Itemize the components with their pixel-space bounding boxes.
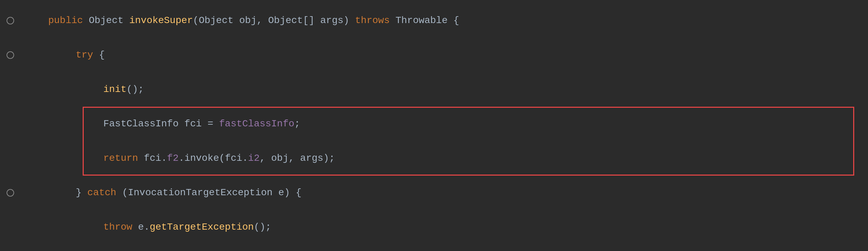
token-throw: throw [103, 220, 138, 234]
token-fci-assign: fci = [178, 116, 219, 131]
breakpoint-icon-2[interactable] [7, 51, 14, 59]
token-param1-type: Object [199, 13, 234, 28]
token-catch: catch [87, 185, 116, 200]
token-f2: f2 [167, 151, 179, 166]
token-invoke-args: , obj, args); [260, 151, 335, 166]
token-init-call: (); [126, 82, 144, 97]
code-line-6: } catch (InvocationTargetException e) { [0, 176, 868, 210]
line-content-5: return fci.f2.invoke(fci.i2, obj, args); [21, 151, 861, 166]
token-throws: throws [355, 13, 396, 28]
code-line-7: throw e.getTargetException(); [0, 210, 868, 244]
line-content-3: init(); [21, 82, 861, 97]
token-get-target: getTargetException [149, 220, 254, 234]
token-i2: i2 [248, 151, 260, 166]
token-exception-type: InvocationTargetException [128, 185, 272, 200]
code-line-3: init(); [0, 72, 868, 107]
line-content-2: try { [21, 48, 861, 62]
code-line-4: FastClassInfo fci = fastClassInfo; [0, 107, 868, 141]
code-editor: public Object invokeSuper(Object obj, Ob… [0, 0, 868, 251]
token-get-target-call: (); [254, 220, 271, 234]
token-paren-open: ( [193, 13, 199, 28]
token-return: return [103, 151, 144, 166]
token-method-name: invokeSuper [129, 13, 193, 28]
breakpoint-icon-6[interactable] [7, 189, 14, 197]
token-param2-array: [] args) [303, 13, 355, 28]
token-param1-name: obj, [234, 13, 268, 28]
code-line-2: try { [0, 38, 868, 72]
token-fci-dot: fci. [144, 151, 167, 166]
token-invoke: .invoke( [178, 151, 225, 166]
highlighted-block: FastClassInfo fci = fastClassInfo; retur… [0, 107, 868, 176]
token-public: public [48, 13, 89, 28]
token-fastclassinfo-var: fastClassInfo [219, 116, 294, 131]
line-content-7: throw e.getTargetException(); [21, 220, 861, 234]
line-content-6: } catch (InvocationTargetException e) { [21, 185, 861, 200]
token-throwable: Throwable [395, 13, 453, 28]
code-line-5: return fci.f2.invoke(fci.i2, obj, args); [0, 141, 868, 176]
token-try-brace: { [93, 48, 105, 62]
breakpoint-icon-1[interactable] [7, 17, 14, 24]
line-content-4: FastClassInfo fci = fastClassInfo; [21, 116, 861, 131]
token-catch-var: e) { [272, 185, 301, 200]
token-close-try: } [76, 185, 87, 200]
gutter-1 [0, 17, 21, 24]
gutter-6 [0, 189, 21, 197]
token-fastclassinfo-type: FastClassInfo [103, 116, 178, 131]
token-object: Object [89, 13, 130, 28]
token-try: try [76, 48, 93, 62]
code-line-8: } [0, 244, 868, 251]
token-fci2-dot: fci. [225, 151, 248, 166]
code-line-1: public Object invokeSuper(Object obj, Ob… [0, 3, 868, 38]
code-lines-wrapper: public Object invokeSuper(Object obj, Ob… [0, 3, 868, 251]
token-init: init [103, 82, 126, 97]
token-e-dot: e. [138, 220, 150, 234]
token-brace-open: { [453, 13, 459, 28]
line-content-1: public Object invokeSuper(Object obj, Ob… [21, 13, 861, 28]
token-semi-1: ; [294, 116, 300, 131]
token-param2-type: Object [268, 13, 303, 28]
token-catch-paren: ( [116, 185, 128, 200]
gutter-2 [0, 51, 21, 59]
